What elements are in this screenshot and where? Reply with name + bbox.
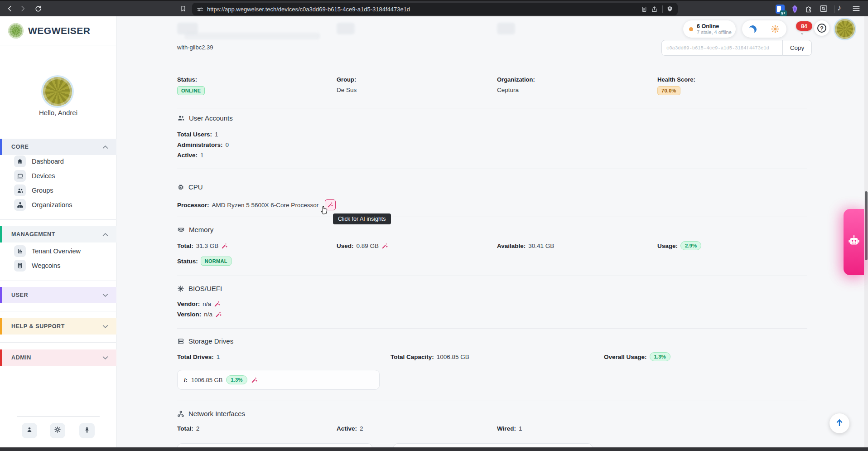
home-icon: [14, 155, 26, 167]
cpu-title: CPU: [177, 183, 203, 191]
wegweiser-logo-icon: [8, 23, 24, 39]
bar-chart-icon: [14, 245, 26, 257]
launch-button[interactable]: [79, 423, 95, 438]
toolbar-divider: [662, 5, 663, 13]
hard-drive-icon: [177, 338, 184, 345]
settings-button[interactable]: [50, 423, 65, 438]
item-label: Dashboard: [32, 158, 64, 165]
sidebar-item-tenant-overview[interactable]: Tenant Overview: [14, 244, 81, 258]
toolbar-divider: [834, 5, 835, 13]
device-id-field[interactable]: c0a3dd69-b615-4ce9-a1d5-3184f4473e1d: [661, 40, 783, 56]
online-status-pill[interactable]: 6 Online 7 stale, 4 offline: [683, 20, 736, 38]
scroll-to-top-button[interactable]: [829, 413, 849, 433]
section-label: CORE: [11, 144, 29, 150]
health-badge: 70.0%: [657, 86, 680, 95]
sidebar-section-core[interactable]: CORE: [0, 139, 116, 155]
extension-icon-purple[interactable]: [790, 4, 800, 16]
faded-scrolled-content: [184, 33, 320, 39]
total-users-row: Total Users:1: [177, 131, 218, 138]
ai-chatbot-button[interactable]: [844, 209, 864, 275]
ai-insights-icon[interactable]: [221, 242, 228, 249]
bios-title: BIOS/UEFI: [177, 285, 222, 292]
window-bottom-edge: [0, 447, 868, 451]
moon-icon[interactable]: [748, 24, 757, 34]
brand-name: WEGWEISER: [28, 25, 91, 36]
ai-insights-icon[interactable]: [381, 242, 388, 249]
copy-button[interactable]: Copy: [783, 40, 812, 56]
memory-usage-row: Usage: 2.9%: [657, 241, 701, 250]
drive-card: /: 1006.85 GB 1.3%: [177, 370, 380, 390]
users-group-icon: [177, 114, 185, 122]
search-in-page-icon[interactable]: [819, 4, 828, 15]
item-label: Wegcoins: [32, 262, 60, 269]
ai-insights-tooltip: Click for AI insights: [333, 213, 391, 224]
browser-toolbar: https://app.wegweiser.tech/devices/c0a3d…: [0, 0, 868, 16]
reload-icon[interactable]: [32, 2, 44, 15]
ai-insights-icon[interactable]: [215, 311, 222, 318]
notification-badge[interactable]: 84: [796, 21, 812, 31]
user-avatar[interactable]: [835, 19, 855, 39]
url-text[interactable]: https://app.wegweiser.tech/devices/c0a3d…: [207, 6, 637, 13]
faded-scrolled-content: [497, 23, 515, 34]
url-bar[interactable]: https://app.wegweiser.tech/devices/c0a3d…: [192, 3, 678, 15]
forward-icon[interactable]: [16, 2, 29, 15]
sidebar-section-management[interactable]: MANAGEMENT: [0, 226, 116, 242]
network-total-row: Total:2: [177, 425, 199, 432]
device-detail-page: https://app.wegweiser.tech/devices/c0a3d…: [0, 0, 868, 451]
processor-row: Processor: AMD Ryzen 5 5600X 6-Core Proc…: [177, 199, 336, 210]
caret-down-icon: ⌄: [800, 30, 804, 36]
brave-shield-icon[interactable]: [666, 5, 673, 13]
brand[interactable]: WEGWEISER: [0, 16, 116, 45]
divider: [177, 401, 807, 401]
site-settings-icon[interactable]: [197, 6, 203, 13]
profile-button[interactable]: [22, 423, 37, 438]
help-button[interactable]: ?: [814, 20, 829, 36]
share-icon[interactable]: [651, 6, 658, 13]
avatar[interactable]: [43, 77, 72, 106]
person-icon: [26, 426, 33, 435]
device-health-block: Health Score: 70.0%: [657, 75, 793, 95]
memory-total-row: Total:31.3 GB: [177, 242, 228, 249]
extensions-puzzle-icon[interactable]: [805, 4, 814, 15]
extension-icon-blue[interactable]: 9+: [776, 5, 785, 14]
sidebar-section-user[interactable]: USER: [0, 287, 116, 303]
network-title: Network Interfaces: [177, 410, 245, 417]
section-title-text: BIOS/UEFI: [188, 285, 222, 292]
online-count: 6 Online: [697, 23, 732, 29]
ai-insights-icon[interactable]: [214, 301, 221, 307]
reader-mode-icon[interactable]: [641, 6, 647, 13]
device-status-block: Status: ONLINE: [177, 75, 313, 95]
rocket-icon: [83, 426, 91, 435]
status-badge: ONLINE: [177, 86, 205, 95]
music-note-icon[interactable]: ♪: [837, 3, 841, 13]
section-title-text: Storage Drives: [188, 337, 233, 345]
sidebar-item-organizations[interactable]: Organizations: [14, 198, 72, 212]
memory-status-row: Status: NORMAL: [177, 257, 231, 266]
ai-insights-icon[interactable]: [325, 199, 336, 210]
sidebar-item-devices[interactable]: Devices: [14, 169, 55, 183]
sidebar-item-groups[interactable]: Groups: [14, 184, 53, 197]
scrollbar-thumb[interactable]: [865, 191, 868, 260]
sun-icon[interactable]: [771, 24, 780, 34]
divider: [0, 342, 116, 343]
drive-usage-badge: 1.3%: [226, 375, 247, 384]
sidebar-item-dashboard[interactable]: Dashboard: [14, 155, 64, 168]
sidebar-section-admin[interactable]: ADMIN: [0, 349, 116, 366]
bookmark-icon[interactable]: [177, 2, 189, 15]
robot-icon: [847, 234, 861, 250]
ai-insights-icon[interactable]: [251, 377, 258, 383]
theme-toggle[interactable]: [742, 20, 786, 38]
sidebar-item-wegcoins[interactable]: Wegcoins: [14, 259, 60, 272]
overall-usage-row: Overall Usage: 1.3%: [604, 352, 670, 361]
browser-menu-icon[interactable]: [852, 4, 861, 15]
network-wired-row: Wired:1: [497, 425, 522, 432]
sidebar: WEGWEISER Hello, Andrei CORE Dashboard D…: [0, 16, 116, 448]
sitemap-icon: [14, 199, 26, 211]
back-icon[interactable]: [4, 2, 16, 15]
divider: [177, 217, 807, 217]
sidebar-section-help[interactable]: HELP & SUPPORT: [0, 318, 116, 335]
extension-badge: 9+: [780, 10, 787, 16]
divider: [0, 219, 116, 220]
laptop-icon: [14, 170, 26, 182]
users-icon: [14, 184, 26, 196]
